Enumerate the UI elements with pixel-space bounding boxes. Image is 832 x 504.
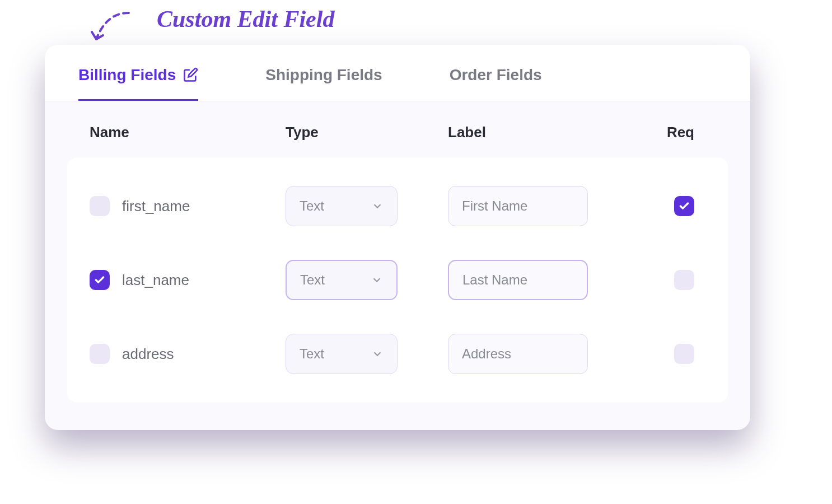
field-name: first_name: [122, 198, 190, 215]
required-checkbox[interactable]: [674, 196, 694, 216]
type-cell: Text: [286, 334, 448, 374]
type-select[interactable]: Text: [286, 186, 398, 226]
tabs-bar: Billing Fields Shipping Fields Order Fie…: [45, 45, 750, 101]
required-checkbox[interactable]: [674, 344, 694, 364]
edit-icon: [183, 67, 198, 83]
name-cell: address: [90, 344, 286, 364]
column-header-req: Req: [655, 124, 705, 141]
column-header-name: Name: [90, 124, 286, 141]
row-checkbox[interactable]: [90, 270, 110, 290]
type-select[interactable]: Text: [286, 260, 398, 300]
required-checkbox[interactable]: [674, 270, 694, 290]
chevron-down-icon: [371, 200, 384, 212]
type-select-value: Text: [300, 198, 324, 214]
table-row: last_name Text Last Name: [67, 243, 728, 317]
req-cell: [655, 196, 705, 216]
rows-container: first_name Text First Name: [67, 158, 728, 402]
tab-label: Billing Fields: [78, 66, 176, 84]
check-icon: [94, 274, 105, 286]
tab-order-fields[interactable]: Order Fields: [450, 45, 542, 101]
annotation-callout: Custom Edit Field: [101, 6, 334, 32]
name-cell: last_name: [90, 270, 286, 290]
column-header-label: Label: [448, 124, 655, 141]
table-row: address Text Address: [67, 317, 728, 391]
chevron-down-icon: [371, 348, 384, 360]
req-cell: [655, 270, 705, 290]
label-input[interactable]: First Name: [448, 186, 588, 226]
tab-label: Shipping Fields: [265, 66, 382, 84]
chevron-down-icon: [371, 274, 383, 286]
name-cell: first_name: [90, 196, 286, 216]
label-cell: First Name: [448, 186, 655, 226]
type-select-value: Text: [300, 272, 325, 288]
table-header: Name Type Label Req: [45, 101, 750, 158]
row-checkbox[interactable]: [90, 196, 110, 216]
label-input-value: First Name: [462, 198, 527, 214]
type-cell: Text: [286, 260, 448, 300]
row-checkbox[interactable]: [90, 344, 110, 364]
req-cell: [655, 344, 705, 364]
check-icon: [679, 200, 690, 212]
tab-shipping-fields[interactable]: Shipping Fields: [265, 45, 382, 101]
label-input-value: Address: [462, 346, 511, 362]
type-select-value: Text: [300, 346, 324, 362]
label-input-value: Last Name: [462, 272, 527, 288]
field-name: last_name: [122, 272, 189, 289]
column-header-type: Type: [286, 124, 448, 141]
type-select[interactable]: Text: [286, 334, 398, 374]
label-cell: Last Name: [448, 260, 655, 300]
label-input[interactable]: Last Name: [448, 260, 588, 300]
field-name: address: [122, 346, 174, 363]
fields-editor-card: Billing Fields Shipping Fields Order Fie…: [45, 45, 750, 430]
tab-billing-fields[interactable]: Billing Fields: [78, 45, 198, 101]
table-row: first_name Text First Name: [67, 169, 728, 243]
label-input[interactable]: Address: [448, 334, 588, 374]
label-cell: Address: [448, 334, 655, 374]
tab-label: Order Fields: [450, 66, 542, 84]
type-cell: Text: [286, 186, 448, 226]
